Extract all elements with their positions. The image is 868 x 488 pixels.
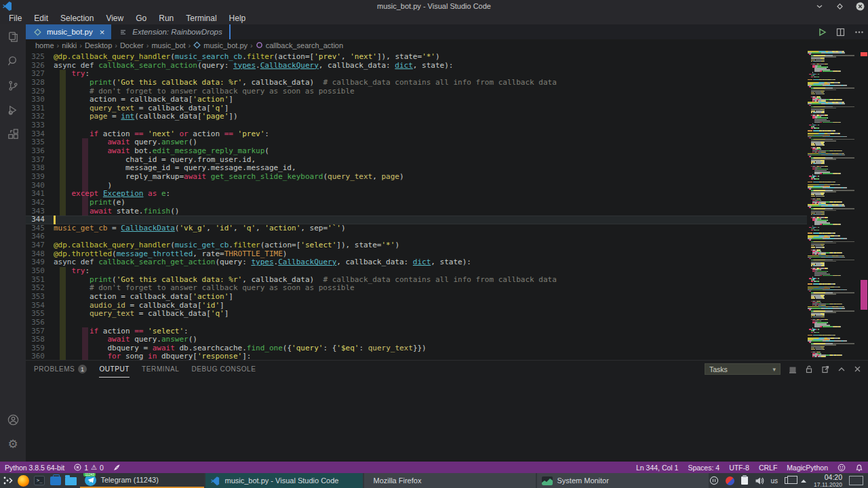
breadcrumb-item-music-bot-py[interactable]: music_bot.py [202, 41, 249, 49]
python-interpreter-status[interactable]: Python 3.8.5 64-bit [0, 462, 69, 473]
code-lines: 325@dp.callback_query_handler(music_sear… [26, 53, 807, 360]
taskbar-window-mozilla-firefox[interactable]: Mozilla Firefox [364, 473, 536, 488]
menu-view[interactable]: View [100, 12, 130, 24]
unlock-icon[interactable] [805, 365, 813, 373]
tab-music-bot-py[interactable]: music_bot.py × [26, 24, 111, 39]
status-spaces-4[interactable]: Spaces: 4 [683, 462, 724, 473]
terminal-launcher-icon[interactable]: >_ [32, 473, 47, 488]
panel-header: PROBLEMS1OUTPUTTERMINALDEBUG CONSOLE Tas… [26, 361, 868, 378]
clipboard-icon[interactable] [741, 476, 748, 485]
breadcrumb-item-nikki[interactable]: nikki [60, 41, 78, 49]
menu-help[interactable]: Help [223, 12, 252, 24]
menu-edit[interactable]: Edit [28, 12, 54, 24]
status-utf-8[interactable]: UTF-8 [724, 462, 754, 473]
breadcrumb-item-music-bot[interactable]: music_bot [150, 41, 186, 49]
status-magicpython[interactable]: MagicPython [782, 462, 833, 473]
tray-expand-icon[interactable] [800, 479, 807, 483]
explorer-icon[interactable] [0, 24, 26, 49]
code-line: 326async def callback_search_action(quer… [26, 62, 807, 70]
status-bar: Python 3.8.5 64-bit 1 ⚠ 0 Ln 344, Col 1S… [0, 462, 868, 473]
status-ln-344-col-1[interactable]: Ln 344, Col 1 [631, 462, 683, 473]
taskbar-window-system-monitor[interactable]: System Monitor [537, 473, 709, 488]
taskbar-window-telegram-11243[interactable]: 11243Telegram (11243) [80, 473, 204, 488]
tab-label: Extension: RainbowDrops [132, 28, 222, 36]
output-content[interactable] [26, 378, 868, 462]
app-launcher-icon[interactable] [0, 473, 16, 488]
window-controls [814, 0, 865, 12]
breadcrumb-item-home[interactable]: home [34, 41, 56, 49]
firefox-launcher-icon[interactable] [16, 473, 31, 488]
breadcrumb-item-docker[interactable]: Docker [119, 41, 145, 49]
window-close-button[interactable] [854, 1, 865, 12]
taskbar-window-music-bot-py-visual-studio-code[interactable]: music_bot.py - Visual Studio Code [205, 473, 363, 488]
source-control-icon[interactable] [0, 73, 26, 98]
tab-extension-rainbowdrops[interactable]: Extension: RainbowDrops [111, 24, 229, 39]
line-number: 350 [26, 267, 54, 276]
panel-tab-debug-console[interactable]: DEBUG CONSOLE [191, 361, 256, 378]
line-number: 330 [26, 96, 54, 104]
breadcrumb-item-callback-search-action[interactable]: callback_search_action [264, 41, 344, 49]
menu-run[interactable]: Run [153, 12, 180, 24]
feedback-smiley-icon[interactable] [833, 462, 850, 473]
file-manager-launcher-icon[interactable] [63, 473, 79, 488]
taskbar-window-label: Mozilla Firefox [373, 476, 421, 485]
line-number: 360 [26, 352, 54, 360]
keyboard-layout-indicator[interactable]: us [771, 477, 778, 485]
toolbox-launcher-icon[interactable] [47, 473, 63, 488]
window-minimize-button[interactable] [814, 1, 825, 12]
open-output-in-editor-icon[interactable] [821, 365, 829, 373]
virtual-desktop-pager-icon[interactable] [785, 477, 793, 484]
status-crlf[interactable]: CRLF [754, 462, 782, 473]
volume-icon[interactable] [755, 476, 764, 485]
panel-tab-output[interactable]: OUTPUT [99, 361, 130, 378]
bottom-panel: PROBLEMS1OUTPUTTERMINALDEBUG CONSOLE Tas… [26, 360, 868, 462]
editor-actions [818, 24, 864, 39]
more-actions-icon[interactable] [854, 28, 864, 37]
error-count: 1 [84, 464, 88, 472]
panel-controls: Tasks ▾ [705, 361, 861, 378]
menu-file[interactable]: File [3, 12, 28, 24]
code-text: async def callback_search_action(query: … [54, 62, 453, 70]
breadcrumb-item-desktop[interactable]: Desktop [83, 41, 113, 49]
menu-selection[interactable]: Selection [54, 12, 100, 24]
extension-file-icon [119, 28, 127, 36]
notifications-bell-icon[interactable] [850, 462, 868, 473]
breadcrumb-separator: › [187, 41, 193, 49]
panel-tab-terminal[interactable]: TERMINAL [142, 361, 179, 378]
account-icon[interactable] [0, 407, 26, 432]
taskbar-windows: 11243Telegram (11243)music_bot.py - Visu… [79, 473, 709, 488]
line-number: 358 [26, 336, 54, 344]
close-panel-icon[interactable] [854, 365, 861, 373]
run-file-icon[interactable] [818, 28, 827, 37]
maximize-panel-icon[interactable] [837, 366, 846, 373]
panel-tab-problems[interactable]: PROBLEMS1 [34, 361, 87, 378]
menu-go[interactable]: Go [130, 12, 153, 24]
clear-output-icon[interactable] [789, 365, 797, 373]
media-player-icon[interactable] [726, 476, 734, 485]
run-debug-icon[interactable] [0, 98, 26, 122]
tab-close-icon[interactable]: × [100, 27, 105, 37]
line-number: 356 [26, 319, 54, 327]
method-icon [256, 41, 263, 49]
settings-gear-icon[interactable]: ⚙ [0, 432, 26, 456]
clock-time: 04:20 [814, 474, 842, 481]
code-line: 345music_get_cb = CallbackData('vk_g', '… [26, 224, 807, 233]
window-maximize-button[interactable] [834, 1, 845, 12]
taskbar: >_ 11243Telegram (11243)music_bot.py - V… [0, 473, 868, 488]
clock[interactable]: 04:20 17.11.2020 [814, 474, 842, 488]
menu-terminal[interactable]: Terminal [180, 12, 222, 24]
breadcrumb-separator: › [78, 41, 83, 49]
code-editor[interactable]: 325@dp.callback_query_handler(music_sear… [26, 51, 807, 360]
overview-ruler[interactable] [860, 51, 868, 360]
python-version-label: Python 3.8.5 64-bit [5, 464, 64, 472]
search-icon[interactable] [0, 49, 26, 73]
problems-status[interactable]: 1 ⚠ 0 [69, 462, 108, 473]
python-icon [193, 41, 201, 49]
split-editor-icon[interactable] [836, 28, 845, 37]
rocket-icon[interactable] [108, 462, 125, 473]
show-desktop-button[interactable] [849, 476, 863, 485]
output-channel-select[interactable]: Tasks ▾ [705, 363, 781, 375]
minimap[interactable] [807, 51, 860, 360]
media-pause-icon[interactable] [709, 476, 719, 485]
extensions-icon[interactable] [0, 122, 26, 146]
